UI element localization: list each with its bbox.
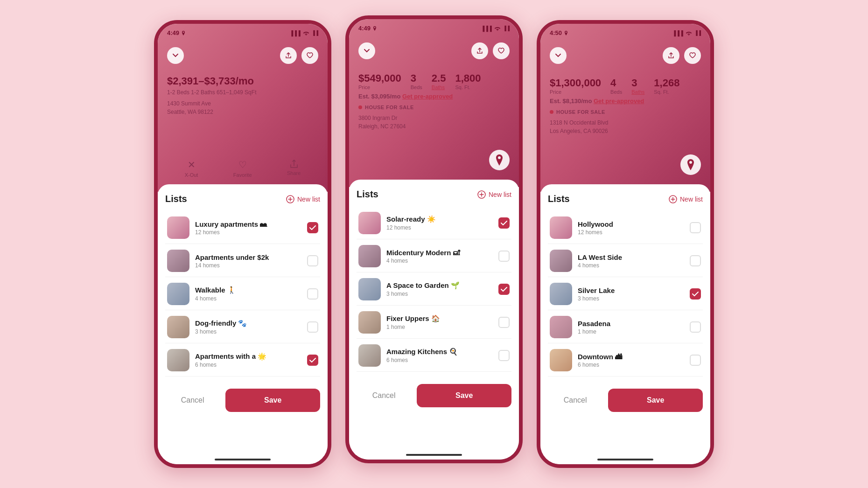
list-item[interactable]: Walkable 🚶 4 homes [165, 278, 320, 310]
plus-circle-icon [669, 195, 677, 203]
list-checkbox[interactable] [498, 350, 510, 361]
list-item[interactable]: A Space to Garden 🌱 3 homes [357, 273, 511, 306]
list-count: 12 homes [578, 229, 684, 236]
modal-footer: Cancel Save [548, 384, 703, 412]
list-name: Walkable 🚶 [195, 286, 301, 294]
map-pin-button[interactable] [680, 154, 701, 175]
beds-value: 3 [411, 72, 422, 84]
beds-stat: 4 Beds [610, 77, 622, 95]
list-checkbox[interactable] [690, 255, 701, 266]
plus-circle-icon [286, 195, 294, 203]
share-button[interactable] [663, 47, 679, 64]
favorite-button[interactable] [493, 42, 510, 59]
get-approved-link[interactable]: Get pre-approved [594, 98, 644, 105]
status-icons: ▐▐▐ ▐▐ [481, 26, 510, 31]
status-bar: 4:49 ▐▐▐ ▐▐ [167, 29, 318, 36]
save-button[interactable]: Save [608, 389, 703, 412]
status-time: 4:50 [550, 29, 568, 36]
list-item[interactable]: Luxury apartments 🏘 12 homes [165, 212, 320, 244]
list-checkbox[interactable] [307, 355, 318, 366]
list-count: 14 homes [195, 262, 301, 269]
favorite-button[interactable] [684, 47, 701, 64]
lists-title: Lists [548, 194, 570, 204]
price-stat: $549,000 Price [358, 72, 401, 90]
actions-bar: ✕ X-Out ♡ Favorite Share [167, 159, 318, 178]
list-item[interactable]: Dog-friendly 🐾 3 homes [165, 311, 320, 343]
price-value: $1,300,000 [550, 77, 601, 89]
list-checkbox[interactable] [498, 251, 510, 262]
list-item[interactable]: Silver Lake 3 homes [548, 278, 703, 310]
list-checkbox[interactable] [498, 317, 510, 328]
list-item[interactable]: Solar-ready ☀️ 12 homes [357, 207, 511, 239]
location-icon [181, 31, 186, 35]
list-checkbox[interactable] [498, 217, 510, 229]
cancel-button[interactable]: Cancel [165, 389, 220, 412]
list-item[interactable]: Hollywood 12 homes [548, 212, 703, 244]
list-checkbox[interactable] [498, 284, 510, 295]
new-list-button[interactable]: New list [477, 190, 511, 199]
back-button[interactable] [358, 42, 375, 59]
favorite-button[interactable] [301, 47, 318, 64]
list-name: Luxury apartments 🏘 [195, 220, 301, 228]
phone-3: 4:50 ▐▐▐ ▐▐ $1,300,000 Price [537, 20, 714, 468]
baths-stat: 3 Baths [631, 77, 644, 95]
list-checkbox[interactable] [690, 288, 701, 300]
cancel-button[interactable]: Cancel [357, 384, 411, 407]
sqft-stat: 1,800 Sq. Ft. [455, 72, 481, 90]
save-button[interactable]: Save [417, 384, 511, 407]
property-info: $1,300,000 Price 4 Beds 3 Baths 1,268 Sq… [550, 75, 701, 135]
list-checkbox[interactable] [307, 222, 318, 233]
phone-1: 4:49 ▐▐▐ ▐▐ $2,391–$3,733/mo 1-2 Beds 1-… [154, 20, 331, 468]
plus-circle-icon [477, 190, 486, 199]
list-item[interactable]: Amazing Kitchens 🍳 6 homes [357, 340, 511, 372]
modal-header: Lists New list [548, 194, 703, 204]
chevron-down-icon [173, 54, 178, 57]
list-checkbox[interactable] [690, 321, 701, 333]
top-bar-actions [280, 47, 318, 64]
favorite-label: Favorite [233, 172, 252, 178]
list-item[interactable]: Fixer Uppers 🏠 1 home [357, 307, 511, 339]
price-stat: $1,300,000 Price [550, 77, 601, 95]
list-item[interactable]: Apartments under $2k 14 homes [165, 245, 320, 277]
list-count: 4 homes [195, 295, 301, 302]
list-name: Amazing Kitchens 🍳 [386, 348, 493, 356]
list-info: Dog-friendly 🐾 3 homes [195, 319, 301, 335]
list-item[interactable]: LA West Side 4 homes [548, 245, 703, 277]
list-checkbox[interactable] [690, 355, 701, 366]
list-checkbox[interactable] [307, 288, 318, 300]
action-favorite-button[interactable]: ♡ Favorite [233, 159, 252, 178]
back-button[interactable] [167, 47, 184, 64]
lists-modal: Lists New list Solar-ready ☀️ 12 homes M… [349, 180, 519, 460]
get-approved-link[interactable]: Get pre-approved [402, 93, 453, 100]
map-pin-button[interactable] [489, 150, 510, 170]
list-name: LA West Side [578, 253, 684, 261]
share-button[interactable] [280, 47, 297, 64]
list-item[interactable]: Downtown 🏙 6 homes [548, 344, 703, 376]
list-name: Solar-ready ☀️ [386, 215, 493, 223]
share-box-icon [289, 159, 299, 168]
sqft-stat: 1,268 Sq. Ft. [654, 77, 679, 95]
action-share-button[interactable]: Share [287, 159, 301, 178]
property-stats: $549,000 Price 3 Beds 2.5 Baths 1,800 Sq… [358, 72, 510, 90]
heart-icon [689, 52, 696, 59]
back-button[interactable] [550, 47, 567, 64]
list-item[interactable]: Apartments with a 🌟 6 homes [165, 344, 320, 376]
new-list-label: New list [680, 195, 703, 203]
wifi-icon [494, 26, 501, 31]
new-list-button[interactable]: New list [669, 195, 703, 203]
share-button[interactable] [471, 42, 488, 59]
list-checkbox[interactable] [307, 321, 318, 333]
top-bar [358, 42, 510, 59]
cancel-button[interactable]: Cancel [548, 389, 602, 412]
list-checkbox[interactable] [307, 255, 318, 266]
list-item[interactable]: Pasadena 1 home [548, 311, 703, 343]
beds-stat: 3 Beds [411, 72, 422, 90]
list-name: Fixer Uppers 🏠 [386, 314, 493, 323]
list-item[interactable]: Midcentury Modern 🛋 4 homes [357, 240, 511, 272]
location-icon [564, 31, 568, 35]
x-out-button[interactable]: ✕ X-Out [185, 159, 198, 178]
list-checkbox[interactable] [690, 222, 701, 233]
new-list-button[interactable]: New list [286, 195, 320, 203]
save-button[interactable]: Save [225, 389, 320, 412]
status-icons: ▐▐▐ ▐▐ [289, 30, 318, 36]
